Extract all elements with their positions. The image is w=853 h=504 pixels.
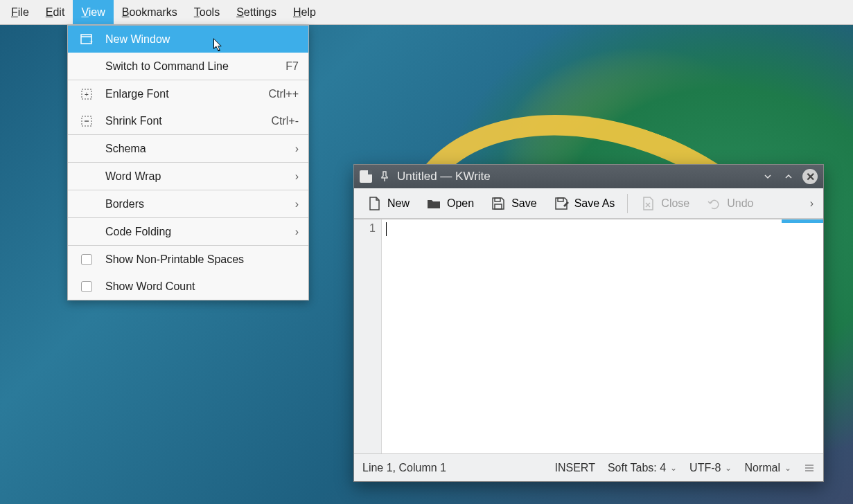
save-as-button[interactable]: Save As <box>547 193 622 214</box>
scrollbar-indicator[interactable] <box>782 219 823 223</box>
menuitem-code-folding[interactable]: Code Folding › <box>68 218 308 245</box>
app-icon <box>360 170 372 183</box>
menuitem-enlarge-font[interactable]: + Enlarge Font Ctrl++ <box>68 80 308 107</box>
close-button[interactable]: ✕ <box>802 169 818 184</box>
document-new-icon <box>367 196 382 211</box>
edit-undo-icon <box>706 196 721 211</box>
toolbar-overflow-button[interactable]: › <box>806 197 818 210</box>
pin-icon[interactable] <box>379 171 390 182</box>
close-doc-button[interactable]: Close <box>633 193 696 214</box>
view-menu-dropdown: + New Window Switch to Command Line F7 +… <box>67 25 309 300</box>
toolbar-separator <box>627 194 628 213</box>
svg-rect-7 <box>495 198 500 201</box>
status-position[interactable]: Line 1, Column 1 <box>362 462 446 474</box>
menu-bookmarks[interactable]: Bookmarks <box>114 0 186 24</box>
menu-settings[interactable]: Settings <box>228 0 285 24</box>
menu-tools[interactable]: Tools <box>186 0 228 24</box>
svg-text:+: + <box>89 39 93 46</box>
undo-button[interactable]: Undo <box>699 193 760 214</box>
minimize-button[interactable] <box>761 170 775 183</box>
menu-file[interactable]: File <box>3 0 37 24</box>
submenu-arrow-icon: › <box>295 143 299 155</box>
submenu-arrow-icon: › <box>295 226 299 238</box>
chevron-down-icon: ⌄ <box>725 463 732 473</box>
zoom-in-icon: + <box>68 88 105 100</box>
status-encoding[interactable]: UTF-8⌄ <box>689 462 732 474</box>
submenu-arrow-icon: › <box>295 198 299 210</box>
new-button[interactable]: New <box>360 193 416 214</box>
toolbar: New Open Save Save As Close Undo › <box>354 188 823 219</box>
menuitem-schema[interactable]: Schema › <box>68 135 308 162</box>
checkbox-icon <box>81 281 92 292</box>
menuitem-shrink-font[interactable]: Shrink Font Ctrl+- <box>68 107 308 134</box>
document-save-as-icon <box>554 196 569 211</box>
status-tabs[interactable]: Soft Tabs: 4⌄ <box>608 462 677 474</box>
document-open-icon <box>426 196 441 211</box>
line-number-gutter: 1 <box>354 219 382 453</box>
statusbar: Line 1, Column 1 INSERT Soft Tabs: 4⌄ UT… <box>354 453 823 481</box>
status-mode[interactable]: INSERT <box>555 462 595 474</box>
status-highlight[interactable]: Normal⌄ <box>744 462 791 474</box>
chevron-down-icon: ⌄ <box>670 463 677 473</box>
menu-help[interactable]: Help <box>285 0 324 24</box>
kwrite-window: Untitled — KWrite ✕ New Open Save Save A… <box>353 164 824 482</box>
statusbar-menu-icon[interactable] <box>804 462 815 474</box>
text-editor[interactable] <box>382 219 823 453</box>
svg-text:+: + <box>85 91 89 98</box>
save-button[interactable]: Save <box>484 193 543 214</box>
open-button[interactable]: Open <box>419 193 481 214</box>
checkbox-icon <box>81 254 92 265</box>
new-window-icon: + <box>68 33 105 46</box>
window-title: Untitled — KWrite <box>397 170 491 183</box>
menuitem-show-nonprintable[interactable]: Show Non-Printable Spaces <box>68 246 308 273</box>
zoom-out-icon <box>68 115 105 127</box>
menuitem-show-word-count[interactable]: Show Word Count <box>68 273 308 300</box>
menu-view[interactable]: View <box>73 0 113 24</box>
text-caret <box>386 222 387 236</box>
editor-area: 1 <box>354 219 823 453</box>
menuitem-borders[interactable]: Borders › <box>68 190 308 217</box>
menu-edit[interactable]: Edit <box>37 0 73 24</box>
svg-rect-9 <box>558 198 563 201</box>
maximize-button[interactable] <box>782 170 795 183</box>
chevron-down-icon: ⌄ <box>784 463 791 473</box>
global-menubar: File Edit View Bookmarks Tools Settings … <box>0 0 853 25</box>
menuitem-switch-cmdline[interactable]: Switch to Command Line F7 <box>68 53 308 80</box>
document-close-icon <box>640 196 656 211</box>
menuitem-new-window[interactable]: + New Window <box>68 26 308 53</box>
menuitem-word-wrap[interactable]: Word Wrap › <box>68 163 308 190</box>
svg-rect-8 <box>495 204 502 209</box>
submenu-arrow-icon: › <box>295 170 299 183</box>
window-titlebar[interactable]: Untitled — KWrite ✕ <box>354 165 823 188</box>
document-save-icon <box>491 196 506 211</box>
